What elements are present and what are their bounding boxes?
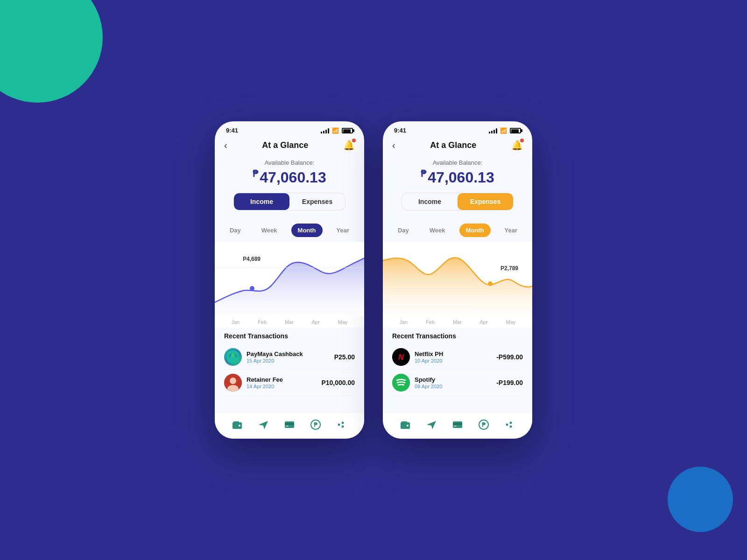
svg-point-13 bbox=[338, 424, 340, 426]
svg-text:₱: ₱ bbox=[482, 421, 486, 428]
svg-point-3 bbox=[230, 378, 236, 384]
transactions-title-2: Recent Transactions bbox=[392, 332, 523, 340]
svg-rect-10 bbox=[286, 426, 289, 427]
balance-amount-1: ₱47,060.13 bbox=[224, 168, 355, 186]
notification-button-1[interactable]: 🔔 bbox=[343, 140, 355, 151]
transaction-icon-retainer bbox=[224, 374, 242, 392]
transaction-icon-netflix: N bbox=[392, 348, 410, 366]
nav-send-1[interactable] bbox=[256, 417, 271, 432]
svg-point-28 bbox=[510, 422, 512, 424]
battery-icon-2 bbox=[510, 128, 521, 133]
chart-months-2: Jan Feb Mar Apr May bbox=[383, 316, 532, 328]
balance-amount-2: ₱47,060.13 bbox=[392, 168, 523, 186]
chart-point-2 bbox=[488, 281, 493, 286]
transaction-info-netflix: Netflix PH 10 Apr 2020 bbox=[415, 350, 496, 364]
chart-fill-1 bbox=[215, 258, 364, 316]
header-title-2: At a Glance bbox=[430, 140, 476, 150]
time-tabs-1: Day Week Month Year bbox=[215, 224, 364, 242]
header-1: ‹ At a Glance 🔔 bbox=[215, 136, 364, 155]
status-time-1: 9:41 bbox=[226, 127, 238, 134]
svg-text:N: N bbox=[398, 353, 404, 361]
chart-month-mar-2: Mar bbox=[453, 319, 462, 325]
status-icons-2: 📶 bbox=[489, 127, 521, 134]
time-tab-year-2[interactable]: Year bbox=[498, 224, 524, 237]
transaction-amount-1: P25.00 bbox=[334, 353, 355, 361]
transaction-info-retainer: Retainer Fee 14 Apr 2020 bbox=[247, 376, 321, 389]
chart-month-apr-1: Apr bbox=[312, 319, 320, 325]
svg-rect-24 bbox=[454, 426, 457, 427]
nav-card-2[interactable] bbox=[450, 417, 465, 432]
chart-svg-2 bbox=[383, 242, 532, 316]
svg-rect-9 bbox=[285, 423, 294, 425]
status-icons-1: 📶 bbox=[321, 127, 353, 134]
svg-point-27 bbox=[506, 424, 508, 426]
nav-card-1[interactable] bbox=[282, 417, 297, 432]
chart-month-may-1: May bbox=[338, 319, 348, 325]
chart-gridline-1 bbox=[215, 267, 364, 268]
transaction-date-1: 15 Apr 2020 bbox=[247, 358, 334, 364]
balance-section-1: Available Balance: ₱47,060.13 bbox=[215, 155, 364, 193]
time-tab-day-1[interactable]: Day bbox=[223, 224, 247, 237]
svg-point-21 bbox=[407, 425, 409, 427]
time-tab-day-2[interactable]: Day bbox=[391, 224, 416, 237]
time-tabs-2: Day Week Month Year bbox=[383, 224, 532, 242]
time-tab-month-2[interactable]: Month bbox=[459, 224, 491, 237]
time-tab-month-1[interactable]: Month bbox=[291, 224, 323, 237]
transaction-name-3: Netflix PH bbox=[415, 350, 496, 357]
time-tab-week-1[interactable]: Week bbox=[255, 224, 284, 237]
transaction-item-4: Spotify 09 Apr 2020 -P199.00 bbox=[392, 370, 523, 396]
transaction-amount-4: -P199.00 bbox=[496, 379, 523, 386]
chart-month-feb-1: Feb bbox=[258, 319, 267, 325]
expenses-tab-1[interactable]: Expenses bbox=[289, 193, 345, 210]
back-button-2[interactable]: ‹ bbox=[392, 140, 395, 151]
svg-rect-23 bbox=[453, 423, 462, 425]
svg-rect-6 bbox=[233, 421, 239, 423]
time-tab-year-1[interactable]: Year bbox=[330, 224, 356, 237]
transaction-date-2: 14 Apr 2020 bbox=[247, 384, 321, 389]
transaction-item-3: N Netflix PH 10 Apr 2020 -P599.00 bbox=[392, 344, 523, 370]
expenses-tab-2[interactable]: Expenses bbox=[458, 193, 513, 210]
transaction-amount-2: P10,000.00 bbox=[321, 379, 355, 386]
chart-svg-1 bbox=[215, 242, 364, 316]
svg-point-15 bbox=[342, 426, 344, 428]
transactions-title-1: Recent Transactions bbox=[224, 332, 355, 340]
nav-logo-2[interactable]: ₱ bbox=[476, 417, 491, 432]
nav-logo-1[interactable]: ₱ bbox=[308, 417, 323, 432]
transaction-name-1: PayMaya Cashback bbox=[247, 350, 334, 357]
nav-more-1[interactable] bbox=[334, 417, 349, 432]
chart-month-mar-1: Mar bbox=[285, 319, 294, 325]
bg-decoration-circle bbox=[0, 0, 103, 103]
wifi-icon-1: 📶 bbox=[332, 127, 339, 134]
notification-button-2[interactable]: 🔔 bbox=[511, 140, 523, 151]
wifi-icon-2: 📶 bbox=[500, 127, 507, 134]
bottom-nav-1: ₱ bbox=[215, 412, 364, 439]
back-button-1[interactable]: ‹ bbox=[224, 140, 227, 151]
transaction-item-2: Retainer Fee 14 Apr 2020 P10,000.00 bbox=[224, 370, 355, 396]
balance-label-1: Available Balance: bbox=[224, 159, 355, 166]
battery-icon-1 bbox=[342, 128, 353, 133]
transaction-date-4: 09 Apr 2020 bbox=[415, 384, 496, 389]
currency-symbol-1: ₱ bbox=[253, 168, 259, 179]
income-tab-1[interactable]: Income bbox=[234, 193, 289, 210]
chart-gridline-2 bbox=[383, 288, 532, 289]
transaction-name-2: Retainer Fee bbox=[247, 376, 321, 383]
chart-month-may-2: May bbox=[506, 319, 516, 325]
income-tab-2[interactable]: Income bbox=[402, 193, 458, 210]
phones-container: 9:41 📶 ‹ At a Glance 🔔 Available Balance… bbox=[215, 121, 532, 439]
time-tab-week-2[interactable]: Week bbox=[423, 224, 452, 237]
svg-point-18 bbox=[392, 374, 410, 392]
svg-rect-20 bbox=[402, 421, 407, 423]
nav-send-2[interactable] bbox=[424, 417, 439, 432]
transaction-item-1: PayMaya Cashback 15 Apr 2020 P25.00 bbox=[224, 344, 355, 370]
bg-decoration-circle-right bbox=[668, 467, 733, 532]
bottom-nav-2: ₱ bbox=[383, 412, 532, 439]
chart-month-jan-2: Jan bbox=[399, 319, 408, 325]
transactions-section-1: Recent Transactions PayMaya Cashback 15 … bbox=[215, 328, 364, 412]
chart-month-apr-2: Apr bbox=[480, 319, 488, 325]
chart-value-label-1: P4,689 bbox=[243, 256, 261, 262]
svg-point-14 bbox=[342, 422, 344, 424]
nav-wallet-2[interactable] bbox=[398, 417, 413, 432]
nav-wallet-1[interactable] bbox=[230, 417, 245, 432]
nav-more-2[interactable] bbox=[502, 417, 517, 432]
balance-section-2: Available Balance: ₱47,060.13 bbox=[383, 155, 532, 193]
